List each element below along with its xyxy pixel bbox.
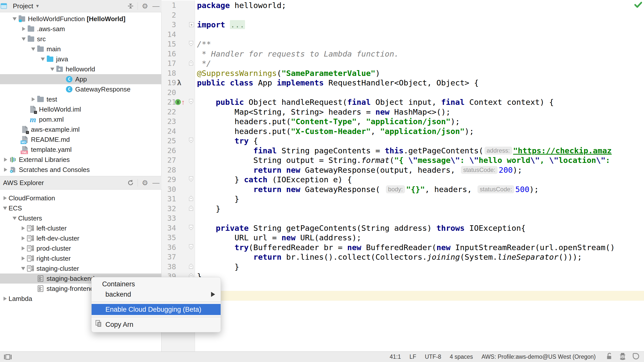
aws-tree-item-ecs[interactable]: ECS [0, 203, 161, 213]
fold-down-icon[interactable] [189, 41, 193, 48]
lambda-handler-icon[interactable]: λ [177, 78, 181, 87]
code-line-18[interactable]: 18@SuppressWarnings("SameParameterValue"… [162, 68, 644, 78]
project-tree-item-readme-md[interactable]: MDREADME.md [0, 134, 161, 145]
project-tree-item-app[interactable]: CApp [0, 74, 161, 84]
expander-arrow-icon[interactable] [20, 245, 27, 252]
aws-tree-item-left-cluster[interactable]: left-cluster [0, 223, 161, 233]
code-line-15[interactable]: 15/** [162, 39, 644, 49]
aws-tree-item-prod-cluster[interactable]: prod-cluster [0, 243, 161, 253]
settings-icon[interactable]: ⚙ [139, 2, 150, 11]
expander-arrow-icon[interactable] [30, 96, 37, 103]
collapse-all-icon[interactable] [125, 2, 136, 11]
expander-arrow-icon[interactable] [20, 265, 27, 272]
aws-tree-item-left-dev-cluster[interactable]: left-dev-cluster [0, 233, 161, 243]
project-tree-item-helloworldfunction[interactable]: HelloWorldFunction [HelloWorld] [0, 14, 161, 24]
project-tree-item-scratches-and-consoles[interactable]: Scratches and Consoles [0, 165, 161, 175]
expander-arrow-icon[interactable] [20, 255, 27, 262]
fold-up-icon[interactable] [189, 205, 193, 212]
code-line-24[interactable]: 24 headers.put("X-Custom-Header", "appli… [162, 126, 644, 136]
code-line-41[interactable]: 41 [162, 291, 644, 301]
aws-tree-item-cloudformation[interactable]: CloudFormation [0, 193, 161, 203]
project-tree-item-aws-example-iml[interactable]: ▫aws-example.iml [0, 124, 161, 134]
code-line-29[interactable]: 29 } catch (IOException e) { [162, 175, 644, 185]
code-line-26[interactable]: 26 final String pageContents = this.getP… [162, 146, 644, 156]
project-tree-item-gatewayresponse[interactable]: CGatewayResponse [0, 84, 161, 94]
code-line-23[interactable]: 23 headers.put("Content-Type", "applicat… [162, 117, 644, 126]
fold-down-icon[interactable] [189, 244, 193, 251]
code-line-16[interactable]: 16 * Handler for requests to Lambda func… [162, 49, 644, 59]
code-line-2[interactable]: 2 [162, 10, 644, 20]
code-line-1[interactable]: 1package helloworld; [162, 1, 644, 10]
project-tree-item-template-yaml[interactable]: YMLtemplate.yaml [0, 145, 161, 155]
fold-up-icon[interactable] [189, 263, 193, 270]
project-tree-item-java[interactable]: java [0, 54, 161, 64]
settings-icon[interactable]: ⚙ [139, 178, 150, 187]
status-indent-style[interactable]: 4 spaces [450, 353, 473, 360]
chevron-down-icon[interactable]: ▼ [35, 4, 40, 9]
expander-arrow-icon[interactable] [2, 195, 9, 202]
code-line-3[interactable]: 3+import ... [162, 20, 644, 30]
code-line-14[interactable]: 14 [162, 30, 644, 39]
project-tree-item-test[interactable]: test [0, 94, 161, 104]
code-line-36[interactable]: 36 try(BufferedReader br = new BufferedR… [162, 243, 644, 252]
code-line-17[interactable]: 17 */ [162, 59, 644, 68]
fold-down-icon[interactable] [189, 176, 193, 183]
expander-arrow-icon[interactable] [11, 15, 18, 22]
project-tree-item-main[interactable]: main [0, 44, 161, 54]
expander-arrow-icon[interactable] [2, 156, 9, 163]
code-line-21[interactable]: 21I↑ public Object handleRequest(final O… [162, 97, 644, 107]
inspector-icon[interactable] [619, 352, 626, 361]
project-tree-item-pom-xml[interactable]: mpom.xml [0, 114, 161, 124]
code-line-40[interactable]: 40 [162, 281, 644, 291]
aws-tree-item-staging-cluster[interactable]: staging-cluster [0, 263, 161, 274]
project-tree-item-aws-sam[interactable]: .aws-sam [0, 24, 161, 34]
project-panel-title[interactable]: Project [13, 2, 33, 10]
menu-item-backend[interactable]: backend [92, 289, 221, 300]
code-line-30[interactable]: 30 return new GatewayResponse( body:"{}"… [162, 185, 644, 194]
run-line-marker-icon[interactable]: I↑ [175, 99, 185, 105]
project-tree-item-src[interactable]: src [0, 34, 161, 44]
code-line-33[interactable]: 33 [162, 213, 644, 223]
code-line-39[interactable]: 39} [162, 272, 644, 281]
aws-tree-item-right-cluster[interactable]: right-cluster [0, 253, 161, 263]
code-line-34[interactable]: 34 private String getPageContents(String… [162, 223, 644, 233]
expander-arrow-icon[interactable] [20, 235, 27, 242]
status-caret-position[interactable]: 41:1 [390, 353, 401, 360]
expander-arrow-icon[interactable] [49, 66, 56, 73]
fold-up-icon[interactable] [189, 196, 193, 202]
expander-arrow-icon[interactable] [11, 215, 18, 222]
project-tree-item-external-libraries[interactable]: External Libraries [0, 155, 161, 165]
code-line-27[interactable]: 27 String output = String.format("{ \"me… [162, 155, 644, 165]
expander-arrow-icon[interactable] [20, 25, 27, 32]
code-line-20[interactable]: 20 [162, 88, 644, 98]
expander-arrow-icon[interactable] [30, 46, 37, 53]
code-line-22[interactable]: 22 Map<String, String> headers = new Has… [162, 107, 644, 117]
tool-windows-icon[interactable] [4, 354, 12, 360]
menu-item-copy-arn[interactable]: Copy Arn [92, 319, 221, 330]
fold-down-icon[interactable] [189, 138, 193, 144]
fold-up-icon[interactable] [189, 60, 193, 67]
fold-down-icon[interactable] [189, 224, 193, 231]
expander-arrow-icon[interactable] [2, 166, 9, 173]
hide-icon[interactable]: — [150, 178, 162, 187]
lock-open-icon[interactable] [606, 352, 613, 361]
editor[interactable]: 1package helloworld;23+import ...1415/**… [162, 0, 644, 351]
status-line-separator[interactable]: LF [410, 353, 416, 360]
fold-down-icon[interactable] [189, 99, 193, 106]
status-encoding[interactable]: UTF-8 [425, 353, 441, 360]
aws-tree-item-clusters[interactable]: Clusters [0, 213, 161, 223]
project-tree-item-helloworld[interactable]: helloworld [0, 64, 161, 74]
expander-arrow-icon[interactable] [20, 35, 27, 42]
project-tree-item-helloworld-iml[interactable]: ▫HelloWorld.iml [0, 104, 161, 114]
expander-arrow-icon[interactable] [2, 205, 9, 212]
code-line-35[interactable]: 35 URL url = new URL(address); [162, 233, 644, 243]
inspection-ok-check-icon[interactable] [634, 2, 642, 9]
code-line-38[interactable]: 38 } [162, 262, 644, 272]
fold-expand-icon[interactable]: + [189, 22, 194, 27]
code-line-19[interactable]: 19λpublic class App implements RequestHa… [162, 78, 644, 88]
code-line-32[interactable]: 32 } [162, 204, 644, 214]
hide-icon[interactable]: — [150, 2, 162, 11]
expander-arrow-icon[interactable] [20, 225, 27, 232]
code-line-28[interactable]: 28 return new GatewayResponse(output, he… [162, 165, 644, 175]
notifications-icon[interactable] [632, 352, 639, 361]
